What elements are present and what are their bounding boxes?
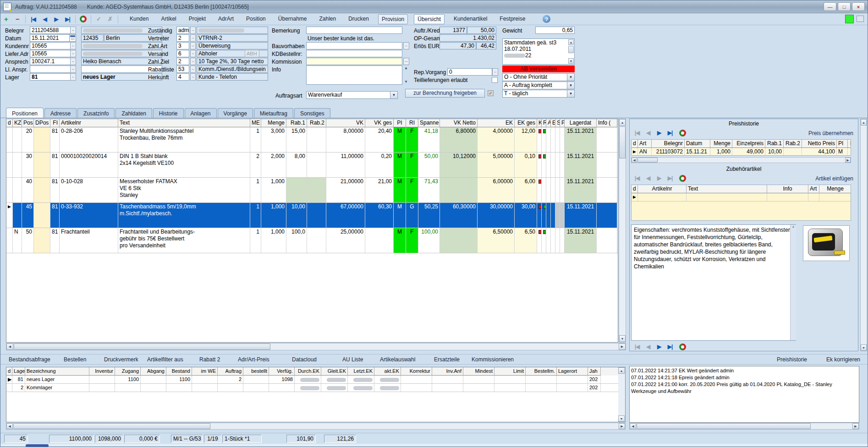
menu-item-artikel[interactable]: Artikel — [158, 14, 179, 24]
remove-icon[interactable]: − — [12, 15, 23, 23]
bottom-toolbar-kommissionieren[interactable]: Kommissionieren — [472, 356, 514, 363]
lookup-button-zahl-art[interactable]: .. — [190, 42, 196, 49]
pos-col-fi[interactable]: FI — [50, 119, 60, 127]
pos-col-vkges[interactable]: VK ges — [365, 119, 394, 127]
tab-vorgänge[interactable]: Vorgänge — [218, 108, 253, 118]
pos-row-0[interactable]: 20810-28-206Stanley Multifunktionsspacht… — [6, 127, 618, 153]
ph-col-belegnr[interactable]: Belegnr — [652, 140, 685, 148]
zb-col-info[interactable]: Info — [767, 185, 808, 193]
pos-col-r[interactable]: R — [542, 119, 546, 127]
tab-sonstiges[interactable]: Sonstiges — [294, 108, 330, 118]
ph-col-einzelpreis[interactable]: Einzelpreis — [732, 140, 765, 148]
lookup-button-rabattliste[interactable]: .. — [190, 65, 196, 73]
preishistorie-hscrollbar[interactable]: ◀ ▶ — [631, 157, 851, 163]
ph-col-datum[interactable]: Datum — [685, 140, 710, 148]
lg-col-mindest[interactable]: Mindest — [463, 367, 494, 376]
tab-zusatzinfo[interactable]: Zusatzinfo — [77, 108, 115, 118]
log-hscrollbar[interactable]: ◀ ▶ — [629, 423, 859, 430]
lg-col-jah[interactable]: Jah — [588, 367, 601, 376]
lg-col-inventur[interactable]: Inventur — [89, 367, 115, 376]
input-versand[interactable]: 6 — [176, 50, 189, 57]
pos-row-3[interactable]: ▶45810-33-932Taschenbandmass 5m/19,0mmm.… — [6, 203, 618, 228]
menu-item-kundenartikel[interactable]: Kundenartikel — [450, 14, 490, 24]
scroll-down-icon[interactable]: ▼ — [619, 335, 626, 342]
pos-row-2[interactable]: 40810-10-028Messerholster FATMAXVE 6 Stk… — [6, 178, 618, 203]
cancel-icon[interactable]: ✗ — [104, 16, 116, 22]
stammdaten-memo[interactable]: Stammdaten geä. st3 18.07.2011 22 — [502, 38, 575, 65]
lookup-button-kundennr[interactable]: .. — [70, 42, 76, 49]
info-scroll-down-icon[interactable]: ▼ — [404, 80, 408, 84]
lg-col-bestellt[interactable]: bestellt — [243, 367, 269, 376]
scroll-thumb[interactable] — [14, 343, 270, 350]
menu-item-übersicht[interactable]: Übersicht — [414, 14, 445, 24]
lg-col-lagerort[interactable]: Lagerort — [557, 367, 588, 376]
kommission-input[interactable] — [306, 58, 402, 65]
menu-item-drucken[interactable]: Drucken — [345, 14, 372, 24]
menu-item-kunden[interactable]: Kunden — [126, 14, 152, 24]
prev-record-icon[interactable]: ◀ — [643, 128, 654, 137]
bottom-toolbar-datacloud[interactable]: Datacloud — [292, 356, 317, 363]
lg-col-verfueg[interactable]: Verfüg. — [269, 367, 295, 376]
ph-row-0[interactable]: ▶AN21110307215.11.211,00049,00010,0044,1… — [632, 148, 851, 156]
scroll-up-icon[interactable]: ▲ — [618, 367, 625, 374]
pos-col-pi[interactable]: PI — [394, 119, 406, 127]
kommission-lookup-button[interactable]: ... — [403, 58, 409, 65]
lg-col-d[interactable]: d — [6, 367, 12, 376]
scroll-left-icon[interactable]: ◀ — [6, 343, 13, 350]
positions-vscrollbar[interactable]: ▲ ▼ — [619, 119, 626, 343]
input-ll-anspr-[interactable] — [30, 65, 74, 73]
lg-col-zugang[interactable]: Zugang — [115, 367, 141, 376]
ph-col-art[interactable]: Art — [638, 140, 652, 148]
eigenschaften-scroll-gutter[interactable]: ▲ — [790, 225, 796, 340]
pos-col-spanne[interactable]: Spanne — [418, 119, 440, 127]
memo-scroll-thumb[interactable] — [568, 46, 574, 53]
kdbestellnr-input[interactable] — [306, 50, 402, 57]
artikel-einfuegen-button[interactable]: Artikel einfügen — [815, 175, 853, 182]
lg-col-invanf[interactable]: Inv.Anf — [432, 367, 463, 376]
lg-col-limit[interactable]: Limit — [494, 367, 526, 376]
input-lager[interactable]: 81 — [30, 73, 74, 81]
menu-item-provision[interactable]: Provision — [378, 14, 408, 24]
info-scroll-up-icon[interactable]: ▲ — [404, 66, 408, 70]
pos-col-vk[interactable]: VK — [326, 119, 365, 127]
ph-col-d[interactable]: d — [632, 140, 638, 148]
input-belegnr[interactable]: 211204588 — [30, 27, 74, 34]
input-rabattliste[interactable]: 53 — [176, 65, 189, 73]
pos-col-text[interactable]: Text — [118, 119, 250, 127]
scroll-left-icon[interactable]: ◀ — [632, 158, 637, 163]
input-zahl-ziel[interactable]: 2 — [176, 58, 189, 65]
refresh-icon[interactable] — [679, 130, 686, 136]
menu-item-festpreise[interactable]: Festpreise — [496, 14, 528, 24]
gewicht-value[interactable]: 0,65 — [535, 27, 575, 34]
lookup-button-ansprech[interactable]: .. — [70, 58, 76, 65]
scroll-up-icon[interactable]: ▲ — [861, 119, 867, 125]
pos-col-p[interactable]: P — [560, 119, 565, 127]
first-record-icon[interactable]: |◀ — [632, 128, 643, 137]
tab-positionen[interactable]: Positionen — [6, 108, 44, 118]
lg-row-1[interactable]: 2Kommlager202 — [6, 384, 625, 392]
positions-hscrollbar[interactable]: ◀ ▶ — [6, 343, 626, 350]
bottom-toolbar-artikelauswahl[interactable]: Artikelauswahl — [380, 356, 415, 363]
memo-scroll-down-icon[interactable]: ▼ — [568, 58, 574, 64]
pos-col-pos[interactable]: Pos — [22, 119, 34, 127]
info-textarea[interactable] — [306, 65, 402, 85]
scroll-up-icon[interactable]: ▲ — [619, 119, 626, 126]
pos-row-4[interactable]: N5081FrachtanteilFrachtanteil und Bearbe… — [6, 228, 618, 253]
scroll-thumb[interactable] — [619, 126, 626, 158]
menu-item-adrart[interactable]: AdrArt — [215, 14, 237, 24]
pos-col-s[interactable]: S — [555, 119, 560, 127]
pos-col-e[interactable]: E — [551, 119, 555, 127]
scroll-right-icon[interactable]: ▶ — [845, 158, 851, 163]
prev-record-icon[interactable]: ◀ — [643, 174, 654, 183]
input-liefer-adr[interactable]: 10565 — [30, 50, 74, 57]
lookup-button-belegnr[interactable]: .. — [70, 27, 76, 34]
lg-col-aktek[interactable]: akt.EK — [374, 367, 401, 376]
zb-row-0[interactable]: ▶ — [632, 193, 851, 202]
zb-col-art[interactable]: Art — [808, 185, 819, 193]
freigeben-checkbox[interactable]: ✓ — [488, 90, 494, 96]
lg-col-durchek[interactable]: Durch.EK — [295, 367, 321, 376]
pos-col-dpos[interactable]: DPos — [34, 119, 50, 127]
pos-col-rab2[interactable]: Rab.2 — [307, 119, 326, 127]
bottom-toolbar-bestandsabfrage[interactable]: Bestandsabfrage — [9, 356, 50, 363]
bottom-toolbar-ek-korrigieren[interactable]: Ek korrigieren — [826, 356, 860, 363]
